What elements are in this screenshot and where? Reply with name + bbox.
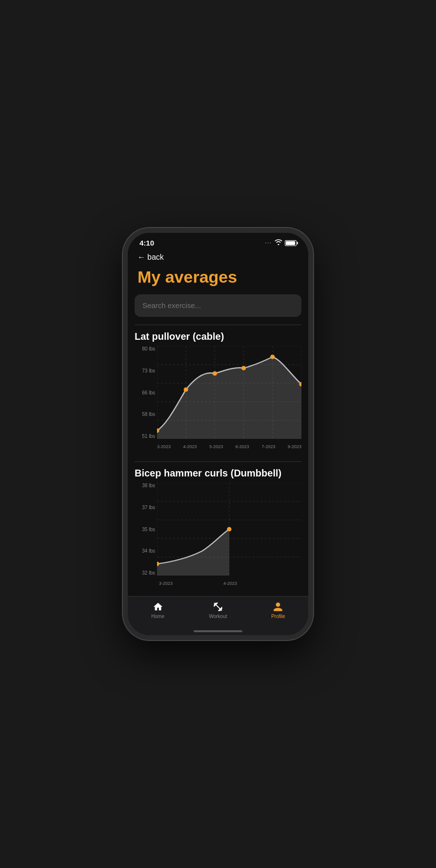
dots-icon: ··· xyxy=(265,240,272,246)
svg-point-12 xyxy=(184,388,188,392)
page-title: My averages xyxy=(128,264,308,294)
x-label: 5-2023 xyxy=(209,444,223,449)
chart-area-bicep: 38 lbs 37 lbs 35 lbs 34 lbs 32 lbs xyxy=(135,483,301,590)
chart-svg-lat xyxy=(157,346,301,439)
tab-workout-label: Workout xyxy=(209,614,227,619)
x-labels-bicep: 3-2023 4-2023 xyxy=(157,577,301,590)
phone-screen: 4:10 ··· ← back xyxy=(128,233,308,635)
svg-point-25 xyxy=(227,527,231,531)
bottom-indicator xyxy=(194,630,242,632)
back-button[interactable]: ← back xyxy=(128,249,308,264)
chart-svg-bicep xyxy=(157,483,301,576)
tab-workout[interactable]: Workout xyxy=(188,601,248,619)
scroll-content[interactable]: ← back My averages Lat pullover (cable) … xyxy=(128,249,308,635)
y-label: 38 lbs xyxy=(135,483,157,488)
y-label: 37 lbs xyxy=(135,505,157,510)
x-label: 3-2023 xyxy=(157,444,171,449)
y-label: 58 lbs xyxy=(135,412,157,417)
x-label: 9-2023 xyxy=(288,444,301,449)
y-labels-lat: 80 lbs 73 lbs 66 lbs 58 lbs 51 lbs xyxy=(135,346,157,439)
status-icons: ··· xyxy=(265,239,297,247)
notch xyxy=(189,233,247,248)
workout-icon xyxy=(213,601,223,612)
search-container[interactable] xyxy=(135,294,301,317)
tab-profile-label: Profile xyxy=(271,614,285,619)
svg-point-11 xyxy=(157,429,159,433)
chart-area-lat: 80 lbs 73 lbs 66 lbs 58 lbs 51 lbs xyxy=(135,346,301,454)
divider xyxy=(135,461,301,462)
divider xyxy=(135,325,301,325)
svg-point-24 xyxy=(157,562,159,566)
y-label: 34 lbs xyxy=(135,548,157,554)
chart-section-lat-pullover: Lat pullover (cable) 80 lbs 73 lbs 66 lb… xyxy=(135,325,301,454)
svg-point-16 xyxy=(299,382,301,386)
back-arrow-icon: ← xyxy=(138,253,145,262)
profile-icon xyxy=(273,601,283,612)
y-label: 51 lbs xyxy=(135,434,157,439)
svg-point-14 xyxy=(242,366,246,370)
tab-home-label: Home xyxy=(151,614,164,619)
page-title-prefix: My xyxy=(138,268,165,286)
page-title-highlight: averages xyxy=(165,268,237,286)
battery-icon xyxy=(285,240,297,246)
x-label: 4-2023 xyxy=(206,581,254,586)
tab-profile[interactable]: Profile xyxy=(248,601,308,619)
y-label: 32 lbs xyxy=(135,570,157,576)
tab-bar: Home Workout Profile xyxy=(128,596,308,635)
search-input[interactable] xyxy=(142,301,294,310)
y-label: 35 lbs xyxy=(135,527,157,532)
y-label: 73 lbs xyxy=(135,368,157,373)
exercise-title-bicep: Bicep hammer curls (Dumbbell) xyxy=(135,468,301,479)
exercise-title-lat: Lat pullover (cable) xyxy=(135,331,301,342)
wifi-icon xyxy=(275,239,282,247)
x-label: 4-2023 xyxy=(183,444,197,449)
y-labels-bicep: 38 lbs 37 lbs 35 lbs 34 lbs 32 lbs xyxy=(135,483,157,576)
svg-point-15 xyxy=(271,355,275,359)
y-label: 66 lbs xyxy=(135,390,157,395)
x-labels-lat: 3-2023 4-2023 5-2023 6-2023 7-2023 9-202… xyxy=(157,440,301,454)
x-label: 3-2023 xyxy=(157,581,206,586)
x-label: 6-2023 xyxy=(236,444,249,449)
svg-point-13 xyxy=(213,372,217,375)
back-label: back xyxy=(147,253,164,262)
home-icon xyxy=(153,601,163,612)
y-label: 80 lbs xyxy=(135,346,157,351)
x-label: 7-2023 xyxy=(261,444,275,449)
chart-section-bicep: Bicep hammer curls (Dumbbell) 38 lbs 37 … xyxy=(135,461,301,590)
status-time: 4:10 xyxy=(139,239,154,247)
phone-frame: 4:10 ··· ← back xyxy=(123,228,313,640)
tab-home[interactable]: Home xyxy=(128,601,188,619)
